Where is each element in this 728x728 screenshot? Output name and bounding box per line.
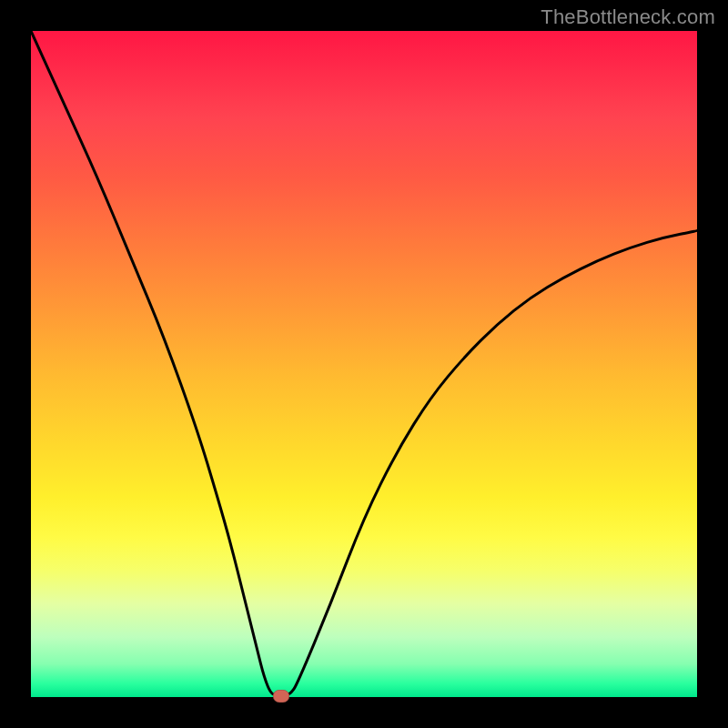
chart-frame: TheBottleneck.com	[0, 0, 728, 728]
optimal-point-marker	[273, 690, 289, 703]
watermark-text: TheBottleneck.com	[541, 5, 715, 29]
curve-svg	[31, 31, 697, 697]
bottleneck-curve	[31, 31, 697, 696]
plot-area	[31, 31, 697, 697]
